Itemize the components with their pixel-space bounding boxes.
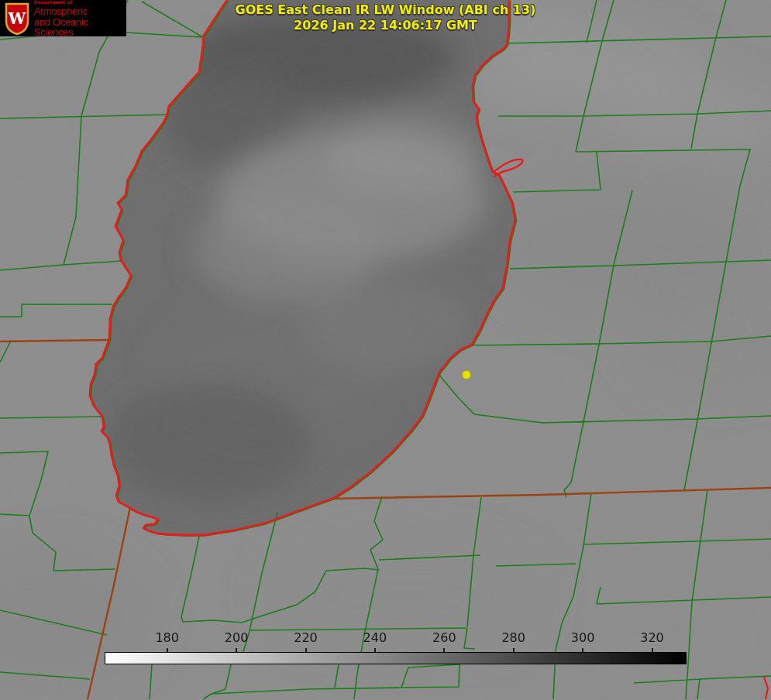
colorbar-tick-label: 240 [363,630,387,645]
satellite-image: W Department of Atmospheric and Oceanic … [0,0,771,700]
uw-crest-icon: W [3,2,31,36]
station-marker-dot [463,371,471,379]
image-title: GOES East Clean IR LW Window (ABI ch 13)… [236,2,536,33]
colorbar-tick [167,648,168,652]
colorbar-tick [582,648,583,652]
colorbar-tick [513,648,515,652]
colorbar-tick [374,648,376,652]
map-canvas [0,0,771,700]
image-grain-overlay [0,0,771,700]
colorbar-tick [652,648,653,652]
colorbar-tick [236,648,237,652]
colorbar-tick [443,648,445,652]
colorbar-tick-label: 280 [501,630,525,645]
colorbar-tick-label: 260 [432,630,456,645]
uw-aos-logo: W Department of Atmospheric and Oceanic … [0,0,126,36]
logo-dept-line: Department of [34,0,126,5]
title-line1: GOES East Clean IR LW Window (ABI ch 13) [236,2,536,18]
temperature-colorbar [105,652,687,664]
title-line2: 2026 Jan 22 14:06:17 GMT [236,18,536,33]
logo-name-line1: Atmospheric [34,6,126,16]
colorbar-tick-label: 200 [225,630,249,645]
logo-name-line2: and Oceanic Sciences [34,17,126,37]
colorbar-tick-label: 300 [571,630,595,645]
colorbar-tick [305,648,307,652]
colorbar-tick-label: 220 [294,630,318,645]
colorbar-tick-label: 320 [640,630,664,645]
colorbar-tick-label: 180 [155,630,179,645]
crest-letter: W [8,9,26,28]
